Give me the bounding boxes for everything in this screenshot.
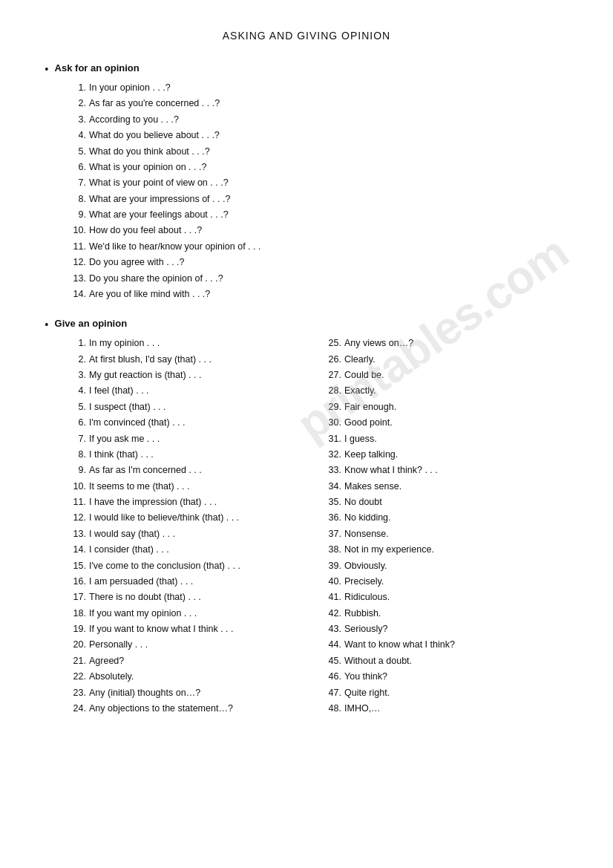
list-number: 28. [321, 384, 341, 398]
list-text: Absolutely. [89, 670, 134, 684]
list-number: 10. [65, 223, 86, 238]
list-number: 43. [321, 622, 341, 636]
list-number: 38. [321, 543, 341, 557]
list-number: 30. [321, 416, 341, 430]
list-item: 5.What do you think about . . .? [65, 145, 568, 159]
list-text: We'd like to hear/know your opinion of .… [89, 240, 260, 254]
list-text: If you want my opinion . . . [89, 607, 197, 621]
page-title: ASKING AND GIVING OPINION [45, 30, 568, 42]
list-number: 7. [65, 176, 86, 190]
list-number: 27. [321, 368, 341, 382]
list-item: 3.My gut reaction is (that) . . . [65, 368, 313, 382]
list-number: 5. [65, 400, 86, 414]
list-text: Good point. [344, 416, 393, 430]
list-number: 7. [65, 432, 86, 446]
list-text: What are your impressions of . . .? [89, 192, 230, 206]
list-text: As far as I'm concerned . . . [89, 463, 202, 477]
list-item: 27.Could be. [321, 368, 568, 382]
list-item: 21.Agreed? [65, 654, 313, 668]
list-number: 14. [65, 543, 86, 557]
list-item: 39.Obviously. [321, 559, 568, 573]
list-text: I consider (that) . . . [89, 543, 169, 557]
list-number: 46. [321, 670, 341, 684]
list-number: 10. [65, 480, 86, 494]
list-text: What do you think about . . .? [89, 145, 210, 159]
list-text: As far as you're concerned . . .? [89, 97, 220, 111]
list-text: I guess. [344, 432, 377, 446]
list-text: Fair enough. [344, 400, 396, 414]
list-text: Know what I think? . . . [344, 463, 438, 477]
list-item: 2.As far as you're concerned . . .? [65, 97, 568, 111]
list-number: 9. [65, 208, 86, 222]
list-text: I've come to the conclusion (that) . . . [89, 559, 240, 573]
list-number: 45. [321, 654, 341, 668]
section-ask: •Ask for an opinion1.In your opinion . .… [45, 62, 568, 301]
list-number: 11. [65, 240, 86, 254]
bullet-icon: • [45, 63, 49, 76]
list-number: 8. [65, 192, 86, 206]
list-item: 1.In your opinion . . .? [65, 81, 568, 95]
list-number: 40. [321, 575, 341, 589]
list-item: 12.I would like to believe/think (that) … [65, 511, 313, 525]
list-number: 24. [65, 702, 86, 716]
list-text: If you want to know what I think . . . [89, 622, 234, 636]
list-text: Do you agree with . . .? [89, 255, 185, 270]
list-text: I am persuaded (that) . . . [89, 575, 193, 589]
list-text: According to you . . .? [89, 113, 179, 127]
list-text: I would say (that) . . . [89, 527, 175, 541]
list-text: No kidding. [344, 511, 391, 525]
list-item: 9.As far as I'm concerned . . . [65, 463, 313, 477]
list-text: If you ask me . . . [89, 432, 160, 446]
list-text: Keep talking. [344, 448, 398, 462]
list-text: Clearly. [344, 353, 375, 367]
list-number: 1. [65, 81, 86, 95]
list-number: 16. [65, 575, 86, 589]
list-number: 12. [65, 255, 86, 270]
list-number: 2. [65, 353, 86, 367]
list-item: 13.Do you share the opinion of . . .? [65, 272, 568, 286]
list-text: What is your opinion on . . .? [89, 160, 206, 174]
list-item: 3.According to you . . .? [65, 113, 568, 127]
list-item: 10.How do you feel about . . .? [65, 223, 568, 238]
list-item: 48.IMHO,… [321, 702, 568, 716]
list-number: 18. [65, 607, 86, 621]
give-right-column: 25.Any views on…?26.Clearly.27.Could be.… [321, 336, 568, 717]
list-item: 20.Personally . . . [65, 638, 313, 652]
list-text: I feel (that) . . . [89, 384, 149, 398]
list-item: 6.What is your opinion on . . .? [65, 160, 568, 174]
list-text: You think? [344, 670, 387, 684]
list-item: 40.Precisely. [321, 575, 568, 589]
list-text: Without a doubt. [344, 654, 412, 668]
list-number: 6. [65, 160, 86, 174]
list-text: In your opinion . . .? [89, 81, 171, 95]
list-number: 31. [321, 432, 341, 446]
list-text: Ridiculous. [344, 590, 390, 604]
give-list: 1.In my opinion . . .2.At first blush, I… [65, 336, 568, 717]
list-text: Any objections to the statement…? [89, 702, 233, 716]
list-text: There is no doubt (that) . . . [89, 590, 201, 604]
list-item: 18.If you want my opinion . . . [65, 607, 313, 621]
list-item: 43.Seriously? [321, 622, 568, 636]
list-item: 11.We'd like to hear/know your opinion o… [65, 240, 568, 254]
list-item: 35.No doubt [321, 495, 568, 509]
bullet-icon: • [45, 319, 49, 332]
list-number: 9. [65, 463, 86, 477]
list-item: 14.Are you of like mind with . . .? [65, 287, 568, 301]
list-item: 34.Makes sense. [321, 480, 568, 494]
list-number: 8. [65, 448, 86, 462]
list-text: What are your feelings about . . .? [89, 208, 229, 222]
list-text: Do you share the opinion of . . .? [89, 272, 223, 286]
list-text: IMHO,… [344, 702, 381, 716]
list-number: 25. [321, 336, 341, 350]
list-item: 31.I guess. [321, 432, 568, 446]
list-item: 16.I am persuaded (that) . . . [65, 575, 313, 589]
list-text: I think (that) . . . [89, 448, 154, 462]
list-item: 9.What are your feelings about . . .? [65, 208, 568, 222]
list-text: At first blush, I'd say (that) . . . [89, 353, 212, 367]
list-item: 32.Keep talking. [321, 448, 568, 462]
list-number: 5. [65, 145, 86, 159]
list-number: 3. [65, 368, 86, 382]
list-number: 4. [65, 384, 86, 398]
list-item: 14.I consider (that) . . . [65, 543, 313, 557]
list-text: Personally . . . [89, 638, 148, 652]
